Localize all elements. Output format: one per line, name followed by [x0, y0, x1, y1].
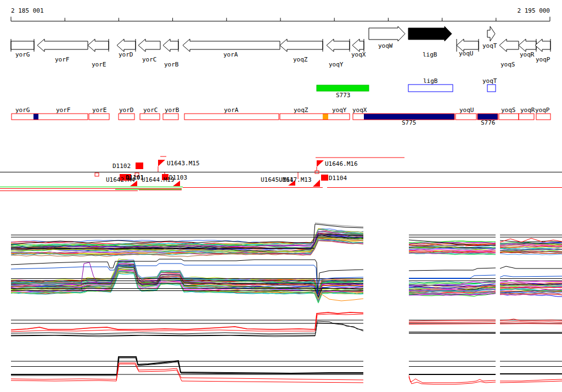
- gene-arrow-yoqS[interactable]: [499, 39, 519, 52]
- segment-fill[interactable]: [323, 114, 328, 120]
- gene-feature-yorC[interactable]: yorC: [138, 39, 160, 63]
- gene-feature-yoqX[interactable]: yoqX: [351, 39, 366, 58]
- segment-label-ligB: ligB: [423, 77, 438, 85]
- segment-outline-box[interactable]: [184, 114, 279, 120]
- probe-marker-flag[interactable]: [158, 160, 165, 166]
- gene-feature-yoqP[interactable]: yoqP: [535, 39, 550, 63]
- probe-marker-box[interactable]: [136, 163, 143, 169]
- red-track-label-yoqU: yoqU: [459, 107, 474, 114]
- red-segment-track: yorGyorFyorEyorDyorCyorByorAyoqZyoqYyoqX…: [12, 107, 550, 126]
- segment-box-ligB[interactable]: [408, 85, 453, 92]
- gene-arrow-yoqP[interactable]: [535, 39, 550, 52]
- profile-highlight-line: [409, 332, 496, 333]
- gene-feature-yorE[interactable]: yorE: [88, 39, 109, 68]
- segment-outline-box[interactable]: [536, 114, 550, 120]
- gene-feature-yoqW[interactable]: yoqW: [369, 26, 405, 49]
- gene-label-yoqX: yoqX: [351, 51, 366, 58]
- profile-highlight-line: [320, 293, 363, 301]
- gene-arrow-yorC[interactable]: [138, 39, 160, 52]
- profile-highlight-line: [500, 276, 562, 277]
- profile-highlight-line: [500, 240, 562, 242]
- gene-arrow-yoqY[interactable]: [327, 39, 350, 52]
- profile-highlight-line: [409, 376, 496, 383]
- red-track-label-yorF: yorF: [56, 107, 71, 114]
- probe-marker-open-box[interactable]: [95, 173, 99, 176]
- gene-feature-yoqY[interactable]: yoqY: [327, 39, 350, 68]
- red-track-label-yorD: yorD: [119, 107, 134, 114]
- gene-arrow-yorD[interactable]: [117, 39, 136, 52]
- segment-ligB[interactable]: ligB: [408, 77, 453, 92]
- probe-label-D1102: D1102: [113, 163, 131, 170]
- gene-feature-yoqS[interactable]: yoqS: [499, 39, 519, 68]
- gene-arrow-yoqR[interactable]: [519, 39, 536, 52]
- gene-label-yorD: yorD: [119, 51, 133, 58]
- gene-label-yoqS: yoqS: [501, 61, 515, 68]
- gene-feature-yoqU[interactable]: yoqU: [457, 39, 479, 57]
- gene-label-yoqR: yoqR: [520, 51, 535, 58]
- probe-marker-box[interactable]: [321, 175, 328, 181]
- probe-label-U1643.M15: U1643.M15: [167, 160, 200, 167]
- segment-outline-box[interactable]: [519, 114, 534, 120]
- segment-yoqT[interactable]: yoqT: [482, 77, 497, 92]
- segment-box-yoqT[interactable]: [487, 85, 496, 92]
- segment-outline-box[interactable]: [119, 114, 134, 120]
- profile-line: [11, 229, 363, 243]
- probe-label-D1103: D1103: [169, 174, 187, 181]
- segment-outline-box[interactable]: [12, 114, 88, 120]
- profile-highlight-line: [470, 275, 496, 278]
- segment-fill[interactable]: [33, 114, 38, 120]
- gene-feature-yoqR[interactable]: yoqR: [519, 39, 536, 58]
- gene-arrow-yorB[interactable]: [163, 39, 178, 52]
- profile-panel-1: [11, 223, 562, 256]
- segment-outline-box[interactable]: [280, 114, 350, 120]
- red-track-label-yoqY: yoqY: [332, 107, 347, 114]
- gene-arrow-ligB[interactable]: [408, 26, 452, 41]
- red-track-label-yoqP: yoqP: [535, 107, 550, 114]
- gene-arrow-yorE[interactable]: [88, 39, 109, 52]
- red-track-label-yorC: yorC: [143, 107, 158, 114]
- gene-feature-yorG[interactable]: yorG: [11, 39, 34, 58]
- gene-label-yoqW: yoqW: [378, 42, 393, 49]
- gene-arrow-yorF[interactable]: [37, 39, 88, 52]
- gene-arrow-yorG[interactable]: [11, 41, 34, 49]
- segment-outline-box[interactable]: [89, 114, 109, 120]
- gene-feature-yorB[interactable]: yorB: [163, 39, 179, 68]
- gene-arrow-yoqW[interactable]: [369, 26, 405, 41]
- gene-label-yorC: yorC: [142, 56, 157, 63]
- profile-highlight-line: [500, 266, 562, 268]
- segment-outline-box[interactable]: [140, 114, 160, 120]
- gene-feature-yoqT[interactable]: yoqT: [482, 26, 497, 49]
- expression-profile-plots: [11, 223, 562, 384]
- gene-feature-yoqZ[interactable]: yoqZ: [280, 39, 323, 63]
- segment-S773[interactable]: S773: [317, 85, 369, 99]
- red-track-label-S775: S775: [402, 119, 417, 126]
- red-track-label-yorB: yorB: [165, 107, 179, 114]
- profile-highlight-line: [11, 357, 363, 374]
- red-track-label-yoqR: yoqR: [520, 107, 535, 114]
- gene-arrow-yorA[interactable]: [183, 39, 280, 52]
- probe-marker-flag[interactable]: [313, 180, 320, 187]
- ruler-tick-marks: [11, 17, 550, 21]
- segment-outline-box[interactable]: [456, 114, 476, 120]
- gene-label-yoqP: yoqP: [536, 56, 550, 63]
- gene-feature-yorD[interactable]: yorD: [117, 39, 136, 58]
- segment-label-yoqT: yoqT: [482, 77, 497, 85]
- gene-feature-yorA[interactable]: yorA: [183, 39, 280, 58]
- red-track-label-yorA: yorA: [224, 107, 239, 114]
- probe-label-U1642.M4: U1642.M4: [106, 176, 135, 183]
- segment-outline-box[interactable]: [163, 114, 178, 120]
- profile-line: [500, 254, 562, 255]
- gene-label-yoqT: yoqT: [482, 42, 497, 49]
- gene-arrow-yoqX[interactable]: [352, 39, 364, 52]
- segment-outline-box[interactable]: [499, 114, 519, 120]
- gene-arrow-yoqZ[interactable]: [280, 39, 323, 52]
- probe-marker-flag[interactable]: [317, 160, 324, 167]
- profile-highlight-line: [500, 324, 562, 324]
- segment-box-S773[interactable]: [317, 85, 369, 91]
- gene-arrow-yoqT[interactable]: [487, 26, 495, 41]
- ruler-start-label: 2 185 001: [11, 7, 44, 14]
- gene-feature-yorF[interactable]: yorF: [37, 39, 88, 63]
- probe-label-U1646.M16: U1646.M16: [325, 160, 358, 167]
- gene-label-yorG: yorG: [15, 51, 30, 58]
- gene-feature-ligB[interactable]: ligB: [408, 26, 452, 58]
